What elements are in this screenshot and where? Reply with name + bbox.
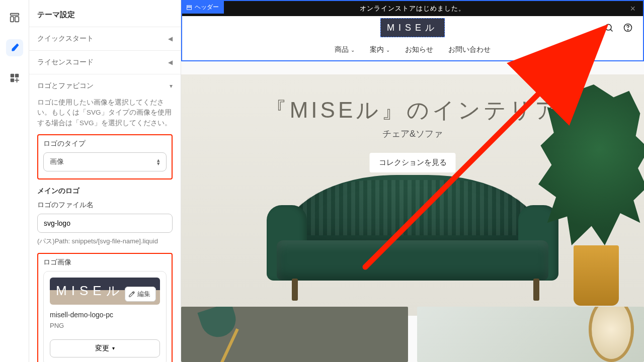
announcement-text: オンラインストアはじめました。 (360, 4, 465, 13)
edit-image-button[interactable]: 編集 (125, 287, 156, 302)
help-icon[interactable] (623, 23, 633, 33)
logo-image-preview[interactable]: MISEル 編集 (50, 278, 160, 305)
preview-canvas: ヘッダー オンラインストアはじめました。 × MISEル 商品⌄ 案内⌄ お知ら… (181, 0, 644, 362)
svg-rect-1 (10, 17, 13, 22)
section-label: ロゴとファビコン (37, 81, 94, 90)
logo-filename-hint: (パス)Path: snippets/[svg-file-name].liqui… (37, 233, 173, 246)
change-image-button[interactable]: 変更 ▾ (50, 339, 160, 357)
sections-icon[interactable] (6, 9, 23, 26)
announcement-bar: オンラインストアはじめました。 × (182, 1, 643, 16)
nav-label: お知らせ (405, 45, 433, 54)
svg-rect-2 (15, 17, 18, 22)
chevron-left-icon: ◀ (168, 35, 173, 42)
svg-rect-0 (10, 14, 19, 16)
search-icon[interactable] (604, 23, 614, 33)
nav-label: お問い合わせ (448, 45, 491, 54)
logo-image-card: MISEル 編集 misell-demo-logo-pc PNG 変更 ▾ (43, 271, 167, 362)
header-frame[interactable]: ヘッダー オンラインストアはじめました。 × MISEル 商品⌄ 案内⌄ お知ら… (181, 0, 644, 61)
logo-type-group: ロゴのタイプ 画像 ▴▾ (37, 134, 173, 179)
tile-2[interactable] (417, 307, 644, 362)
apps-icon[interactable] (6, 69, 23, 86)
chevron-down-icon: ▾ (170, 82, 173, 89)
nav-news[interactable]: お知らせ (405, 45, 433, 54)
hero-sofa-illustration (252, 170, 574, 301)
chevron-down-icon: ⌄ (386, 47, 390, 53)
section-license[interactable]: ライセンスコード ◀ (29, 51, 181, 74)
change-label: 変更 (95, 344, 109, 353)
section-label: クイックスタート (37, 34, 94, 43)
edit-label: 編集 (137, 290, 150, 299)
logo-type-label: ロゴのタイプ (43, 139, 167, 148)
store-nav: 商品⌄ 案内⌄ お知らせ お問い合わせ (182, 39, 643, 60)
logo-type-select[interactable]: 画像 ▴▾ (43, 152, 167, 171)
paint-icon[interactable] (6, 39, 23, 56)
hero-tiles (181, 307, 644, 362)
logo-hint: ロゴに使用したい画像を選択してください。もしくは「SVG」タイプの画像を使用する… (37, 98, 173, 128)
svg-point-10 (627, 30, 628, 30)
logo-image-group: ロゴ画像 MISEル 編集 misell-demo-logo-pc PNG 変更… (37, 253, 173, 362)
svg-rect-6 (187, 6, 192, 7)
hero-subtitle: チェア&ソファ (382, 128, 443, 140)
icon-rail (0, 0, 29, 362)
logo-image-type: PNG (50, 322, 160, 329)
hero-title: 『MISEル』のインテリア (265, 96, 561, 125)
logo-sample-text: MISEル (56, 282, 124, 300)
nav-label: 案内 (370, 45, 384, 54)
settings-sidebar: テーマ設定 クイックスタート ◀ ライセンスコード ◀ ロゴとファビコン ▾ ロ… (29, 0, 181, 362)
hero-section: 『MISEル』のインテリア チェア&ソファ コレクションを見る (181, 74, 644, 316)
logo-image-name: misell-demo-logo-pc (50, 311, 160, 319)
section-quickstart[interactable]: クイックスタート ◀ (29, 27, 181, 50)
logo-filename-input[interactable] (37, 214, 173, 233)
close-icon[interactable]: × (630, 4, 636, 14)
frame-chip-label: ヘッダー (195, 3, 219, 12)
svg-rect-3 (10, 74, 14, 77)
section-logo-favicon[interactable]: ロゴとファビコン ▾ (29, 74, 181, 98)
store-logo[interactable]: MISEル (380, 18, 445, 37)
chevron-down-icon: ⌄ (351, 47, 355, 53)
logo-image-label: ロゴ画像 (43, 258, 167, 267)
frame-chip[interactable]: ヘッダー (182, 1, 224, 14)
hero-plant-illustration (538, 84, 644, 306)
nav-contact[interactable]: お問い合わせ (448, 45, 491, 54)
select-chevron-icon: ▴▾ (157, 158, 160, 165)
store-header: MISEル (182, 16, 643, 39)
sidebar-title: テーマ設定 (29, 0, 181, 27)
svg-rect-4 (15, 74, 18, 77)
tile-1[interactable] (181, 307, 408, 362)
svg-rect-7 (187, 7, 192, 10)
nav-guide[interactable]: 案内⌄ (370, 45, 390, 54)
section-logo-body: ロゴに使用したい画像を選択してください。もしくは「SVG」タイプの画像を使用する… (29, 98, 181, 362)
header-icons (604, 23, 633, 33)
logo-filename-label: ロゴのファイル名 (37, 201, 173, 210)
nav-products[interactable]: 商品⌄ (335, 45, 355, 54)
main-logo-heading: メインのロゴ (37, 187, 173, 196)
select-value: 画像 (50, 157, 64, 166)
svg-rect-5 (10, 78, 14, 82)
chevron-down-icon: ▾ (112, 345, 115, 351)
chevron-left-icon: ◀ (168, 59, 173, 66)
svg-point-8 (605, 24, 611, 30)
section-label: ライセンスコード (37, 58, 94, 67)
nav-label: 商品 (335, 45, 349, 54)
